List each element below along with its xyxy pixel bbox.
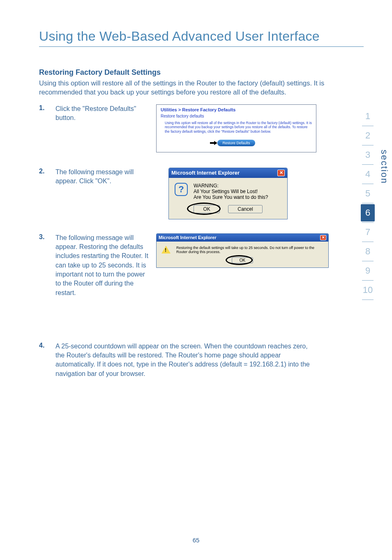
- figure-restore-defaults-panel: Utilities > Restore Factory Defaults Res…: [156, 104, 316, 153]
- nav-8[interactable]: 8: [361, 243, 375, 260]
- intro-paragraph: Using this option will restore all of th…: [39, 78, 327, 97]
- step-2-num: 2.: [39, 168, 55, 219]
- nav-divider: [362, 242, 374, 242]
- nav-7[interactable]: 7: [361, 224, 375, 241]
- warning-line-2: Are You Sure You want to do this?: [194, 194, 268, 200]
- dialog-message: Restoring the default settings will take…: [176, 246, 324, 254]
- nav-divider: [362, 164, 374, 165]
- panel-subtitle: Restore factory defaults: [161, 114, 312, 118]
- nav-10[interactable]: 10: [361, 281, 375, 299]
- nav-divider: [362, 184, 374, 184]
- nav-5[interactable]: 5: [361, 185, 375, 202]
- nav-6-active[interactable]: 6: [361, 204, 375, 221]
- question-icon: ?: [175, 183, 188, 196]
- step-4-num: 4.: [39, 342, 55, 391]
- step-4: 4. A 25-second countdown will appear on …: [39, 342, 367, 391]
- ok-button[interactable]: OK: [194, 205, 219, 213]
- ok-button[interactable]: OK: [232, 257, 253, 263]
- nav-divider: [362, 280, 374, 281]
- warning-line-1: All Your Settings Will be Lost!: [194, 189, 268, 194]
- restore-defaults-button-label: Restore Defaults: [222, 141, 250, 145]
- pointer-arrow-icon: [214, 141, 217, 145]
- nav-divider: [362, 145, 374, 145]
- nav-divider: [362, 126, 374, 126]
- nav-3[interactable]: 3: [361, 146, 375, 164]
- figure-warning-dialog: Microsoft Internet Explorer ✕ ? WARNING:…: [168, 168, 288, 219]
- nav-divider: [362, 300, 374, 300]
- cancel-button[interactable]: Cancel: [228, 205, 262, 213]
- step-1-text: Click the "Restore Defaults" button.: [55, 104, 156, 154]
- nav-divider: [362, 222, 374, 223]
- close-icon[interactable]: ✕: [320, 235, 326, 240]
- dialog-message: WARNING: All Your Settings Will be Lost!…: [194, 183, 268, 200]
- nav-divider: [362, 203, 374, 203]
- close-icon[interactable]: ✕: [277, 170, 285, 176]
- page-title: Using the Web-Based Advanced User Interf…: [39, 29, 367, 44]
- step-3-num: 3.: [39, 233, 55, 328]
- warning-icon: [161, 246, 171, 253]
- step-4-text: A 25-second countdown will appear on the…: [55, 342, 318, 391]
- section-label: section: [379, 150, 390, 184]
- step-3: 3. The following message will appear. Re…: [39, 233, 367, 328]
- step-1-num: 1.: [39, 104, 55, 154]
- figure-restoring-dialog: Microsoft Internet Explorer ✕ Restoring …: [156, 233, 329, 268]
- breadcrumb: Utilities > Restore Factory Defaults: [161, 107, 312, 112]
- pointer-tail: [210, 142, 214, 144]
- step-1: 1. Click the "Restore Defaults" button. …: [39, 104, 367, 154]
- step-3-text: The following message will appear. Resto…: [55, 233, 156, 328]
- title-rule: [39, 46, 364, 47]
- nav-9[interactable]: 9: [361, 262, 375, 279]
- dialog-title: Microsoft Internet Explorer: [171, 170, 240, 176]
- dialog-title: Microsoft Internet Explorer: [159, 235, 217, 240]
- warning-heading: WARNING:: [194, 183, 268, 189]
- nav-4[interactable]: 4: [361, 166, 375, 183]
- page-number: 65: [0, 537, 392, 544]
- nav-2[interactable]: 2: [361, 127, 375, 144]
- step-2: 2. The following message will appear. Cl…: [39, 168, 367, 219]
- restore-defaults-button[interactable]: Restore Defaults: [217, 140, 255, 146]
- panel-description: Using this option will restore all of th…: [161, 121, 312, 134]
- section-heading: Restoring Factory Default Settings: [39, 68, 367, 77]
- step-2-text: The following message will appear. Click…: [55, 168, 156, 219]
- dialog-titlebar: Microsoft Internet Explorer ✕: [169, 168, 287, 178]
- nav-1[interactable]: 1: [361, 108, 375, 125]
- section-nav: 1 2 3 4 5 6 7 8 9 10: [361, 108, 375, 301]
- dialog-titlebar: Microsoft Internet Explorer ✕: [157, 234, 328, 242]
- nav-divider: [362, 261, 374, 261]
